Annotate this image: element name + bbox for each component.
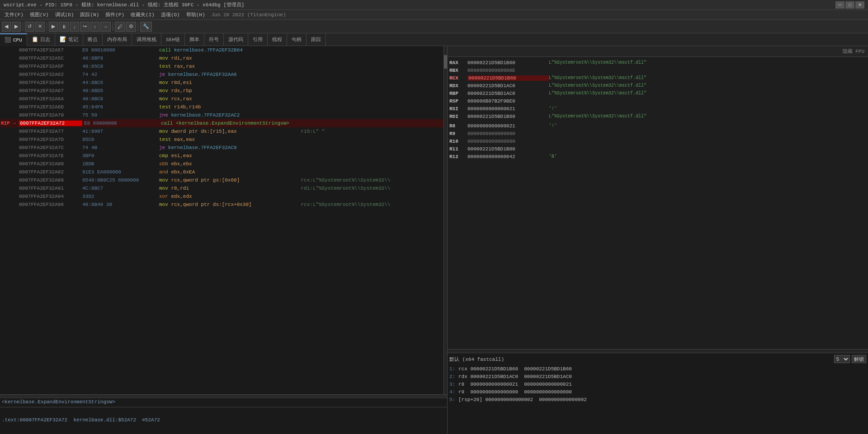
callstack-row-5[interactable]: 5: [rsp+20] 0000000000000002 00000000000…	[449, 396, 866, 403]
register-r11[interactable]: R11 00000221D5BD1B00	[449, 145, 866, 153]
tab-log[interactable]: 📋 日志	[27, 33, 55, 46]
toolbar-extra1[interactable]: 🔧	[140, 22, 152, 32]
register-rcx[interactable]: RCX 00000221D5BD1B60 L"%Systemroot%\\Sys…	[449, 74, 866, 82]
titlebar: wscript.exe - PID: 15F0 - 模块: kernelbase…	[0, 0, 868, 10]
register-r12[interactable]: R12 0000000000000042 'B'	[449, 153, 866, 160]
toolbar-back[interactable]: ◀	[2, 22, 11, 32]
tab-seh-label: SEH链	[166, 36, 180, 43]
disasm-row[interactable]: 0007FFA2EF32A67 48:8BD5 mov rdx,rbp	[0, 87, 443, 95]
disasm-row[interactable]: 0007FFA2EF32A91 4C:8BC7 mov r8,rdi rdi:L…	[0, 184, 443, 192]
tab-source[interactable]: 源代码	[224, 33, 248, 46]
callstack-row-4[interactable]: 4: r9 0000000000000000 0000000000000000	[449, 388, 866, 396]
register-r8[interactable]: R8 0000000000000021 '!'	[449, 122, 866, 130]
toolbar-pause[interactable]: ⏸	[59, 22, 69, 32]
disasm-row[interactable]: 0007FFA2EF32A7C 74 4B je kernelbase.7FFA…	[0, 144, 443, 152]
disasm-scrollbar[interactable]	[443, 46, 447, 394]
disasm-row-rip[interactable]: RIP → 0007FFA2EF32A72 E8 69000000 call <…	[0, 119, 443, 127]
tab-seh[interactable]: SEH链	[161, 33, 185, 46]
toolbar-step-out[interactable]: ↑	[90, 22, 99, 32]
tab-references[interactable]: 引用	[248, 33, 268, 46]
disasm-scrollbar-h[interactable]	[0, 394, 447, 398]
toolbar: ◀ ▶ ↺ ✕ ▶ ⏸ ↓ ↪ ↑ → 🖊 ⚙ 🔧	[0, 20, 868, 33]
register-r9[interactable]: R9 0000000000000000	[449, 130, 866, 137]
disasm-row[interactable]: 0007FFA2EF32A88 6548:8B0C25 6000000 mov …	[0, 176, 443, 184]
tab-script-label: 脚本	[189, 36, 199, 43]
toolbar-forward[interactable]: ▶	[12, 22, 21, 32]
menu-file[interactable]: 文件(F)	[2, 10, 26, 19]
menu-plugins[interactable]: 插件(P)	[103, 10, 127, 19]
disasm-main[interactable]: 0007FFA2EF32A57 E8 00010000 call kernelb…	[0, 46, 443, 394]
toolbar-restart[interactable]: ↺	[25, 22, 34, 32]
menu-trace[interactable]: 跟踪(N)	[77, 10, 102, 19]
menu-options[interactable]: 选项(O)	[158, 10, 183, 19]
register-r10[interactable]: R10 0000000000000000	[449, 137, 866, 145]
cpu-icon: ⬛	[5, 37, 11, 43]
register-rsp[interactable]: RSP 000006B07B2F9BE0	[449, 97, 866, 105]
register-rsi[interactable]: RSI 0000000000000021 '!'	[449, 105, 866, 112]
register-rdx[interactable]: RDX 00000221D5BD1AC0 L"%Systemroot%\\Sys…	[449, 82, 866, 89]
toolbar-close[interactable]: ✕	[35, 22, 45, 32]
disasm-area[interactable]: 0007FFA2EF32A57 E8 00010000 call kernelb…	[0, 46, 447, 394]
disasm-row[interactable]: 0007FFA2EF32A7D 85C0 test eax,eax	[0, 135, 443, 144]
register-rax[interactable]: RAX 00000221D5BD1B60 L"%Systemroot%\\Sys…	[449, 59, 866, 66]
tab-memory-map[interactable]: 内存布局	[103, 33, 132, 46]
callstack-title: 默认 (x64 fastcall)	[449, 356, 504, 363]
disasm-row[interactable]: 0007FFA2EF32A57 E8 00010000 call kernelb…	[0, 46, 443, 54]
menu-help[interactable]: 帮助(H)	[184, 10, 208, 19]
menu-debug[interactable]: 调试(D)	[52, 10, 77, 19]
minimize-button[interactable]: ─	[835, 1, 844, 9]
callstack-row-2[interactable]: 2: rdx 00000221D5BD1AC0 00000221D5BD1AC0	[449, 373, 866, 380]
tab-source-label: 源代码	[228, 36, 243, 43]
disasm-row[interactable]: 0007FFA2EF32A62 74 42 je kernelbase.7FFA…	[0, 70, 443, 79]
disasm-row[interactable]: 0007FFA2EF32A94 33D2 xor edx,edx	[0, 192, 443, 201]
tab-callstack-label: 调用堆栈	[137, 36, 156, 43]
toolbar-settings[interactable]: ⚙	[126, 22, 136, 32]
menu-favorites[interactable]: 收藏夹(I)	[128, 10, 157, 19]
tab-breakpoints[interactable]: 断点	[83, 33, 103, 46]
tab-cpu-label: CPU	[13, 37, 22, 43]
disasm-row[interactable]: 0007FFA2EF32A80 1BDB sbb ebx,ebx	[0, 160, 443, 168]
tab-cpu[interactable]: ⬛ CPU	[0, 33, 27, 46]
registers-scrollbar-h[interactable]	[448, 349, 868, 353]
callstack-count-select[interactable]: 5 10 20	[834, 355, 850, 363]
tab-trace[interactable]: 跟踪	[307, 33, 326, 46]
disasm-row[interactable]: 0007FFA2EF32A70 75 50 jne kernelbase.7FF…	[0, 111, 443, 119]
register-rbx[interactable]: RBX 000000000000000E	[449, 66, 866, 74]
tab-trace-label: 跟踪	[311, 36, 321, 43]
disasm-row[interactable]: 0007FFA2EF32A64 44:8BC6 mov r8d,esi	[0, 79, 443, 87]
disasm-row[interactable]: 0007FFA2EF32A5F 48:85C0 test rax,rax	[0, 62, 443, 70]
callstack-row-1[interactable]: 1: rcx 00000221D5BD1B60 00000221D5BD1B60	[449, 365, 866, 373]
tab-callstack[interactable]: 调用堆栈	[132, 33, 161, 46]
register-rdi[interactable]: RDI 00000221D5BD1B60 L"%Systemroot%\\Sys…	[449, 112, 866, 120]
disasm-row[interactable]: 0007FFA2EF32A6A 48:8BC8 mov rcx,rax	[0, 95, 443, 103]
tab-symbols[interactable]: 符号	[204, 33, 224, 46]
tab-handles[interactable]: 句柄	[287, 33, 307, 46]
disasm-row[interactable]: 0007FFA2EF32A5C 48:8BF8 mov rdi,rax	[0, 54, 443, 62]
toolbar-step-over[interactable]: ↪	[80, 22, 90, 32]
fpu-header: 隐藏 FPU	[448, 46, 868, 57]
menu-view[interactable]: 视图(V)	[27, 10, 52, 19]
disasm-row[interactable]: 0007FFA2EF32A7E 3BF0 cmp esi,eax	[0, 152, 443, 160]
tab-breakpoints-label: 断点	[88, 36, 98, 43]
disasm-scrollbar-thumb[interactable]	[444, 55, 447, 69]
tab-script[interactable]: 脚本	[185, 33, 204, 46]
close-button[interactable]: ✕	[855, 1, 864, 9]
disasm-row[interactable]: 0007FFA2EF32A96 48:8B49 30 mov rcx,qword…	[0, 201, 443, 209]
toolbar-run-to-cursor[interactable]: →	[100, 22, 111, 32]
maximize-button[interactable]: □	[845, 1, 854, 9]
disasm-status-text: <kernelbase.ExpandEnvironmentStringsW>	[2, 399, 115, 405]
disasm-row[interactable]: 0007FFA2EF32A6D 45:84F6 test r14b,r14b	[0, 103, 443, 111]
tab-handles-label: 句柄	[292, 36, 302, 43]
register-rbp[interactable]: RBP 00000221D5BD1AC0 L"%Systemroot%\\Sys…	[449, 89, 866, 97]
callstack-unlock-button[interactable]: 解锁	[852, 355, 866, 363]
disasm-row[interactable]: 0007FFA2EF32A77 41:8907 mov dword ptr ds…	[0, 127, 443, 135]
tab-log-label: 日志	[40, 36, 50, 43]
tab-notes[interactable]: 📝 笔记	[55, 33, 83, 46]
callstack-row-3[interactable]: 3: r8 0000000000000021 0000000000000021	[449, 380, 866, 388]
tabbar: ⬛ CPU 📋 日志 📝 笔记 断点 内存布局 调用堆栈 SEH链 脚本 符号 …	[0, 33, 868, 46]
disasm-row[interactable]: 0007FFA2EF32A82 81E3 EA000000 and ebx,0x…	[0, 168, 443, 176]
toolbar-step-into[interactable]: ↓	[70, 22, 79, 32]
tab-threads[interactable]: 线程	[268, 33, 287, 46]
toolbar-highlight[interactable]: 🖊	[115, 22, 125, 32]
toolbar-run[interactable]: ▶	[49, 22, 58, 32]
